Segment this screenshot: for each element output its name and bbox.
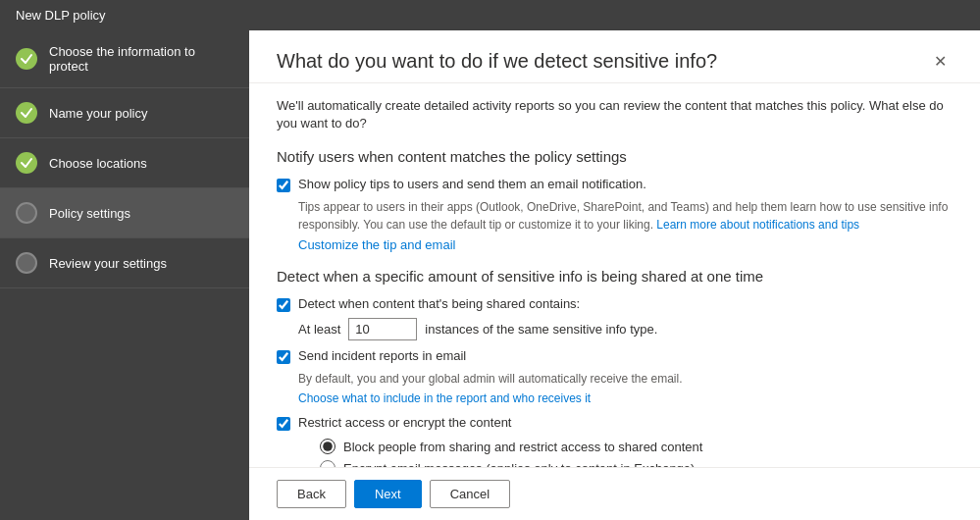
dialog-title: New DLP policy: [16, 8, 106, 23]
notify-subtext: Tips appear to users in their apps (Outl…: [298, 198, 953, 234]
notify-checkbox[interactable]: [277, 179, 290, 192]
restrict-checkbox-label[interactable]: Restrict access or encrypt the content: [298, 415, 511, 430]
sidebar-item-label-2: Name your policy: [49, 106, 147, 121]
customize-link[interactable]: Customize the tip and email: [298, 237, 953, 252]
radio-block[interactable]: [320, 439, 335, 454]
instances-input[interactable]: [348, 318, 417, 340]
at-least-row: At least instances of the same sensitive…: [298, 318, 953, 340]
notify-section-heading: Notify users when content matches the po…: [277, 148, 953, 165]
step1-icon: [16, 48, 37, 70]
detect-section: Detect when a specific amount of sensiti…: [277, 268, 953, 467]
radio-row-1: Block people from sharing and restrict a…: [320, 439, 953, 454]
incident-checkbox-row: Send incident reports in email: [277, 348, 953, 364]
sidebar-item-review-settings[interactable]: Review your settings: [0, 238, 249, 288]
sidebar-item-choose-info[interactable]: Choose the information to protect: [0, 30, 249, 88]
detect-checkbox-row: Detect when content that's being shared …: [277, 296, 953, 312]
radio-row-2: Encrypt email messages (applies only to …: [320, 460, 953, 467]
dialog-body: Choose the information to protect Name y…: [0, 30, 980, 520]
sidebar-item-choose-locations[interactable]: Choose locations: [0, 138, 249, 188]
main-header: What do you want to do if we detect sens…: [249, 30, 980, 83]
sidebar-item-name-policy[interactable]: Name your policy: [0, 88, 249, 138]
radio-encrypt[interactable]: [320, 460, 335, 467]
step4-icon: [16, 202, 37, 224]
notify-section: Notify users when content matches the po…: [277, 148, 953, 252]
incident-subtext: By default, you and your global admin wi…: [298, 370, 953, 388]
page-title: What do you want to do if we detect sens…: [277, 50, 717, 73]
notify-checkbox-row: Show policy tips to users and send them …: [277, 177, 953, 192]
restrict-checkbox[interactable]: [277, 417, 290, 431]
incident-link[interactable]: Choose what to include in the report and…: [298, 391, 953, 405]
radio-group: Block people from sharing and restrict a…: [320, 439, 953, 467]
learn-more-link[interactable]: Learn more about notifications and tips: [656, 218, 859, 232]
sidebar-item-label-3: Choose locations: [49, 156, 147, 171]
instances-suffix: instances of the same sensitive info typ…: [425, 322, 657, 337]
back-button[interactable]: Back: [277, 480, 346, 508]
next-button[interactable]: Next: [354, 480, 422, 508]
step5-icon: [16, 252, 37, 274]
detect-section-heading: Detect when a specific amount of sensiti…: [277, 268, 953, 285]
notify-checkbox-label[interactable]: Show policy tips to users and send them …: [298, 177, 646, 191]
detect-checkbox-label[interactable]: Detect when content that's being shared …: [298, 296, 580, 311]
step3-icon: [16, 152, 37, 174]
main-content: What do you want to do if we detect sens…: [249, 30, 980, 520]
intro-text: We'll automatically create detailed acti…: [277, 97, 953, 132]
incident-checkbox[interactable]: [277, 350, 290, 364]
cancel-button[interactable]: Cancel: [430, 480, 510, 508]
sidebar-item-label-1: Choose the information to protect: [49, 44, 233, 74]
sidebar-item-policy-settings[interactable]: Policy settings: [0, 188, 249, 238]
step2-icon: [16, 102, 37, 124]
sidebar-item-label-5: Review your settings: [49, 256, 167, 271]
sidebar: Choose the information to protect Name y…: [0, 30, 249, 520]
at-least-label: At least: [298, 322, 340, 337]
main-scroll-area: We'll automatically create detailed acti…: [249, 83, 980, 467]
restrict-checkbox-row: Restrict access or encrypt the content: [277, 415, 953, 431]
radio1-label[interactable]: Block people from sharing and restrict a…: [343, 440, 702, 454]
close-button[interactable]: ✕: [928, 50, 953, 73]
sidebar-item-label-4: Policy settings: [49, 206, 130, 221]
detect-checkbox[interactable]: [277, 298, 290, 312]
dialog-footer: Back Next Cancel: [249, 467, 980, 520]
dialog: New DLP policy Choose the information to…: [0, 0, 980, 520]
incident-checkbox-label[interactable]: Send incident reports in email: [298, 348, 466, 363]
dialog-header: New DLP policy: [0, 0, 980, 30]
